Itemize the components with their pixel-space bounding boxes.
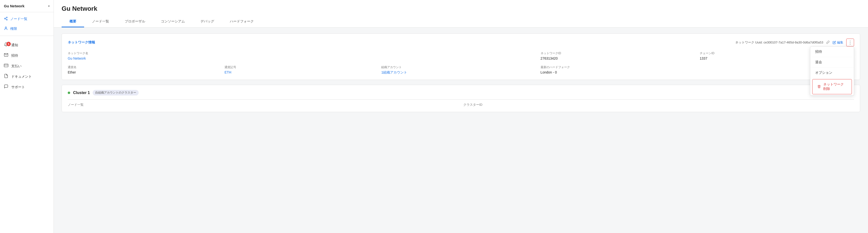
- tab-nodes[interactable]: ノード一覧: [84, 16, 117, 27]
- network-name-label: ネットワーク名: [68, 51, 376, 56]
- main-content: ネットワーク情報 ネットワーク Uuid: ce300107-7a17-465d…: [54, 28, 868, 233]
- more-button-container: ⋮ 招待 退会 オプション: [846, 39, 854, 46]
- tabs: 概要 ノード一覧 プロポーザル コンソーシアム デバッグ ハードフォーク: [62, 16, 860, 27]
- sidebar-nav: ノード一覧 権限: [0, 12, 54, 36]
- info-group-network-id: ネットワークID 276313420: [540, 51, 695, 60]
- uuid-label: ネットワーク Uuid: ce300107-7a17-465d-9a30-0d6…: [735, 40, 823, 45]
- network-id-label: ネットワークID: [540, 51, 695, 56]
- info-group-spacer: [381, 51, 535, 60]
- delete-network-label: ネットワーク削除: [823, 82, 847, 91]
- sidebar-item-permissions-label: 権限: [10, 27, 17, 31]
- link-icon[interactable]: [826, 40, 830, 45]
- tab-hardfork[interactable]: ハードフォーク: [222, 16, 261, 27]
- sidebar-item-invitations-label: 招待: [11, 54, 18, 58]
- sidebar-item-documents[interactable]: ドキュメント: [0, 71, 54, 82]
- cluster-badge: 自組織アカウントのクラスター: [93, 90, 138, 96]
- tab-debug[interactable]: デバッグ: [193, 16, 222, 27]
- sidebar: Gu Network ▾ ノード一覧 権限: [0, 0, 54, 233]
- cluster-header: Cluster 1 自組織アカウントのクラスター: [68, 90, 854, 96]
- latest-hardfork-value: London - 0: [540, 70, 695, 74]
- info-group-currency-name: 通貨名 Ether: [68, 65, 220, 75]
- network-id-value: 276313420: [540, 57, 695, 60]
- chevron-down-icon: ▾: [48, 4, 50, 8]
- currency-name-label: 通貨名: [68, 65, 220, 69]
- org-account-label: 組織アカウント: [381, 65, 535, 69]
- sidebar-item-support[interactable]: サポート: [0, 82, 54, 92]
- card-header-right: ネットワーク Uuid: ce300107-7a17-465d-9a30-0d6…: [735, 39, 854, 46]
- svg-point-5: [5, 27, 6, 28]
- cluster-card: Cluster 1 自組織アカウントのクラスター ノード一覧 クラスターID: [62, 85, 860, 112]
- network-fields-row1: ネットワーク名 Gu Network ネットワークID 276313420 チェ…: [68, 51, 854, 60]
- main-header: Gu Network 概要 ノード一覧 プロポーザル コンソーシアム デバッグ …: [54, 0, 868, 28]
- tab-proposals[interactable]: プロポーザル: [117, 16, 153, 27]
- edit-icon: [833, 41, 836, 44]
- uuid-value: ce300107-7a17-465d-9a30-0d6a7d0f0a53: [764, 40, 823, 44]
- more-icon: ⋮: [848, 40, 852, 45]
- network-info-card: ネットワーク情報 ネットワーク Uuid: ce300107-7a17-465d…: [62, 33, 860, 80]
- edit-button[interactable]: 編集: [833, 40, 843, 45]
- more-options-button[interactable]: ⋮: [846, 39, 854, 46]
- svg-line-4: [5, 18, 7, 18]
- svg-line-3: [5, 19, 7, 20]
- cluster-name: Cluster 1: [73, 91, 90, 95]
- uuid-label-text: ネットワーク Uuid:: [735, 40, 763, 44]
- dropdown-item-leave[interactable]: 退会: [810, 57, 854, 68]
- sidebar-item-notifications-label: 通知: [11, 43, 18, 47]
- sidebar-section-main: 5 通知 招待 支払い: [0, 36, 54, 94]
- page-title: Gu Network: [62, 5, 860, 12]
- sidebar-item-node-list[interactable]: ノード一覧: [0, 14, 54, 24]
- main-area: Gu Network 概要 ノード一覧 プロポーザル コンソーシアム デバッグ …: [54, 0, 868, 233]
- info-group-network-name: ネットワーク名 Gu Network: [68, 51, 376, 60]
- notification-badge: 5: [6, 42, 11, 46]
- sidebar-item-payments[interactable]: 支払い: [0, 61, 54, 71]
- person-icon: [4, 26, 8, 31]
- table-col-cluster-id: クラスターID: [463, 103, 854, 107]
- dropdown-menu: 招待 退会 オプション: [810, 46, 854, 96]
- svg-rect-7: [4, 64, 8, 67]
- network-info-card-header: ネットワーク情報 ネットワーク Uuid: ce300107-7a17-465d…: [68, 39, 854, 46]
- dropdown-item-invite[interactable]: 招待: [810, 47, 854, 57]
- table-col-nodes: ノード一覧: [68, 103, 459, 107]
- info-group-currency-symbol: 通貨記号 ETH: [224, 65, 376, 75]
- cluster-table-header: ノード一覧 クラスターID: [68, 99, 854, 107]
- sidebar-item-support-label: サポート: [11, 85, 25, 89]
- network-selector[interactable]: Gu Network ▾: [0, 0, 54, 12]
- doc-icon: [4, 74, 8, 79]
- latest-hardfork-label: 最新のハードフォーク: [540, 65, 695, 69]
- leave-label: 退会: [815, 60, 822, 64]
- network-selector-label: Gu Network: [4, 4, 25, 8]
- card-icon: [4, 63, 8, 69]
- network-info-title: ネットワーク情報: [68, 40, 95, 45]
- info-group-org-account: 組織アカウント 1組織アカウント: [381, 65, 535, 75]
- edit-label: 編集: [837, 40, 843, 45]
- invite-label: 招待: [815, 49, 822, 54]
- org-account-value[interactable]: 1組織アカウント: [381, 70, 535, 75]
- info-group-latest-hardfork: 最新のハードフォーク London - 0: [540, 65, 695, 75]
- mail-icon: [4, 53, 8, 58]
- network-name-value: Gu Network: [68, 57, 376, 60]
- dropdown-item-delete-network[interactable]: ネットワーク削除: [812, 79, 852, 94]
- tab-overview[interactable]: 概要: [62, 16, 84, 27]
- sidebar-item-notifications[interactable]: 5 通知: [0, 40, 54, 50]
- currency-name-value: Ether: [68, 70, 220, 74]
- sidebar-item-payments-label: 支払い: [11, 64, 22, 68]
- network-fields-row2: 通貨名 Ether 通貨記号 ETH 組織アカウント 1組織アカウント 最新のハ…: [68, 65, 854, 75]
- options-label: オプション: [815, 71, 832, 75]
- tab-consortium[interactable]: コンソーシアム: [153, 16, 193, 27]
- chat-icon: [4, 84, 8, 90]
- sidebar-item-node-list-label: ノード一覧: [10, 17, 27, 21]
- currency-symbol-label: 通貨記号: [224, 65, 376, 69]
- currency-symbol-value: ETH: [224, 70, 376, 74]
- trash-icon: [817, 85, 821, 89]
- share-icon: [4, 16, 8, 22]
- sidebar-item-documents-label: ドキュメント: [11, 74, 32, 79]
- currency-group: 通貨名 Ether 通貨記号 ETH: [68, 65, 376, 75]
- cluster-status-dot: [68, 92, 70, 94]
- sidebar-item-permissions[interactable]: 権限: [0, 24, 54, 34]
- dropdown-item-options[interactable]: オプション: [810, 68, 854, 78]
- sidebar-item-invitations[interactable]: 招待: [0, 50, 54, 61]
